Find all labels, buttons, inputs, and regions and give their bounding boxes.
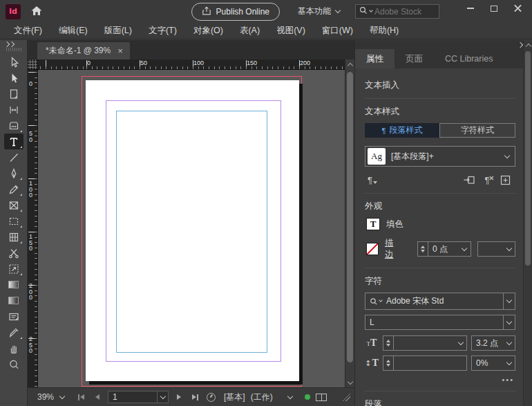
font-style-combo[interactable]: L: [365, 315, 515, 330]
menu-edit[interactable]: 编辑(E): [50, 25, 96, 37]
menu-layout[interactable]: 版面(L): [96, 25, 140, 37]
direct-selection-tool[interactable]: [4, 70, 23, 86]
menu-table[interactable]: 表(A): [231, 25, 268, 37]
stepper-icon[interactable]: [418, 242, 428, 256]
rectangle-frame-tool[interactable]: [4, 197, 23, 213]
more-options-button[interactable]: •••: [365, 376, 514, 384]
font-family-dropdown[interactable]: [503, 293, 515, 309]
pasteboard[interactable]: [38, 70, 345, 387]
first-page-button[interactable]: [75, 394, 87, 400]
stroke-type-combo[interactable]: [477, 241, 515, 257]
menu-type[interactable]: 文字(T): [140, 25, 185, 37]
scroll-up-arrow[interactable]: [345, 59, 355, 69]
leading-combo[interactable]: [383, 356, 467, 371]
font-style-dropdown[interactable]: [503, 315, 515, 329]
clear-overrides-button[interactable]: ¶: [478, 174, 496, 186]
stroke-swatch[interactable]: [366, 243, 379, 255]
tab-cc-libraries[interactable]: CC Libraries: [434, 49, 504, 68]
size-right-combo[interactable]: 3.2 点: [471, 335, 515, 351]
minimize-button[interactable]: [459, 0, 482, 17]
home-button[interactable]: [30, 5, 43, 19]
document-tab[interactable]: *未命名-1 @ 39% ×: [37, 42, 130, 59]
gradient-feather-tool[interactable]: [4, 293, 23, 308]
indesign-app-icon[interactable]: Id: [6, 4, 21, 19]
menu-file[interactable]: 文件(F): [6, 25, 50, 37]
workspace-switcher[interactable]: 基本功能: [298, 6, 340, 17]
paragraph-style-dropdown[interactable]: Ag [基本段落]+: [365, 146, 515, 167]
scroll-down-arrow[interactable]: [345, 378, 355, 387]
tab-properties[interactable]: 属性: [355, 49, 395, 68]
horizontal-ruler[interactable]: 0 50 100 150 200: [38, 59, 345, 70]
pencil-tool[interactable]: [4, 181, 23, 197]
maximize-button[interactable]: [482, 0, 506, 17]
menu-window[interactable]: 窗口(W): [314, 25, 361, 37]
scrollbar-thumb[interactable]: [347, 72, 353, 362]
next-page-button[interactable]: [174, 394, 184, 400]
free-transform-tool[interactable]: [4, 261, 23, 277]
page-tool[interactable]: [4, 86, 23, 102]
publish-online-button[interactable]: Publish Online: [191, 3, 280, 21]
stroke-weight-dropdown[interactable]: [459, 242, 471, 256]
preflight-profile[interactable]: [基本] (工作): [224, 391, 273, 403]
font-family-combo[interactable]: Adobe 宋体 Std: [365, 293, 515, 310]
stroke-type-dropdown[interactable]: [503, 242, 515, 256]
tracking-dropdown[interactable]: [503, 356, 515, 370]
fill-swatch[interactable]: T: [366, 218, 380, 230]
character-styles-tab[interactable]: 字符样式: [439, 123, 515, 138]
scissors-tool[interactable]: [4, 245, 23, 261]
menu-object[interactable]: 对象(O): [185, 25, 231, 37]
tools-drag-handle[interactable]: [6, 48, 21, 51]
gap-tool[interactable]: [4, 102, 23, 118]
type-tool[interactable]: [4, 133, 23, 149]
gradient-swatch-tool[interactable]: [4, 277, 23, 293]
tab-pages[interactable]: 页面: [395, 49, 434, 68]
preflight-panel-icon[interactable]: [316, 394, 327, 401]
resize-grip[interactable]: [343, 394, 350, 401]
stock-search[interactable]: [355, 4, 439, 19]
zoom-tool[interactable]: [4, 356, 23, 372]
vertical-scrollbar[interactable]: [345, 59, 354, 387]
stepper-icon[interactable]: [383, 336, 394, 350]
text-frame[interactable]: [116, 111, 267, 353]
page-number-input[interactable]: [108, 392, 157, 402]
preflight-gauge-icon[interactable]: [207, 393, 216, 402]
previous-page-button[interactable]: [93, 394, 102, 400]
close-button[interactable]: [506, 0, 529, 17]
zoom-level-control[interactable]: 39%: [37, 392, 64, 402]
vertical-ruler[interactable]: 0 50 100 150 200 250: [28, 70, 38, 387]
menu-help[interactable]: 帮助(H): [361, 25, 407, 37]
eyedropper-tool[interactable]: [4, 324, 23, 340]
search-input[interactable]: [374, 7, 435, 17]
create-style-button[interactable]: [496, 174, 514, 186]
font-size-dropdown[interactable]: [455, 336, 466, 350]
redefine-style-button[interactable]: [460, 174, 478, 186]
stroke-weight-combo[interactable]: 0 点: [417, 241, 471, 257]
tracking-combo[interactable]: 0%: [471, 356, 515, 371]
page-1[interactable]: [86, 80, 299, 381]
fill-label[interactable]: 填色: [386, 219, 403, 230]
stepper-icon[interactable]: [383, 356, 394, 370]
page-dropdown-button[interactable]: [157, 391, 168, 403]
size-right-dropdown[interactable]: [503, 336, 515, 350]
panel-scrollbar[interactable]: [523, 40, 532, 406]
note-tool[interactable]: [4, 308, 23, 324]
paragraph-mark-button[interactable]: ¶: [368, 174, 377, 186]
selection-tool[interactable]: [4, 54, 23, 70]
paragraph-styles-tab[interactable]: ¶ 段落样式: [365, 123, 439, 138]
content-collector-tool[interactable]: [4, 118, 23, 133]
last-page-button[interactable]: [189, 394, 201, 400]
tools-collapse-button[interactable]: [5, 42, 14, 46]
panel-scrollbar-thumb[interactable]: [525, 51, 531, 266]
menu-view[interactable]: 视图(V): [268, 25, 314, 37]
page-number-combo[interactable]: [108, 391, 169, 403]
line-tool[interactable]: [4, 149, 23, 165]
hand-tool[interactable]: [4, 340, 23, 356]
pen-tool[interactable]: [4, 165, 23, 181]
stroke-label[interactable]: 描边: [385, 237, 400, 261]
panel-scroll-up[interactable]: [524, 40, 532, 50]
tab-close-icon[interactable]: ×: [117, 46, 123, 55]
ruler-origin-box[interactable]: [28, 59, 38, 70]
chevron-down-icon[interactable]: [287, 393, 292, 398]
font-size-combo[interactable]: [383, 335, 467, 351]
horizontal-grid-tool[interactable]: [4, 229, 23, 245]
